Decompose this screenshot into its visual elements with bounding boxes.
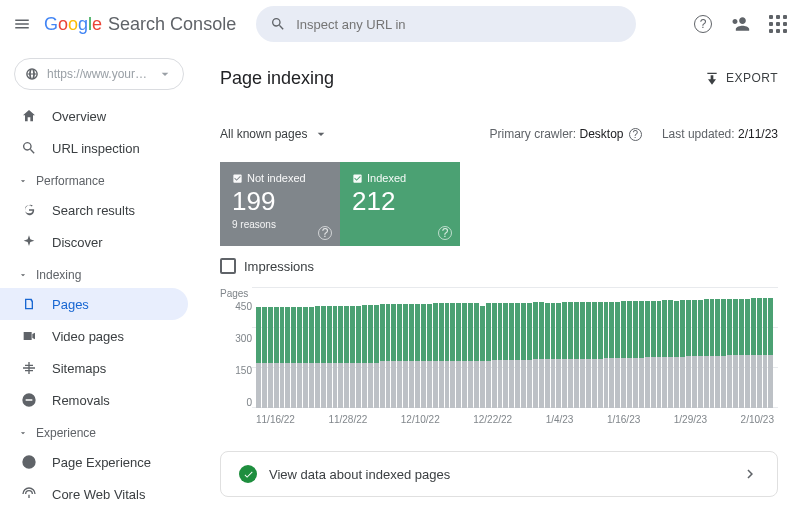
chart-bar[interactable] bbox=[492, 303, 497, 408]
tile-indexed[interactable]: Indexed 212 ? bbox=[340, 162, 460, 246]
chart-bar[interactable] bbox=[386, 304, 391, 408]
export-button[interactable]: EXPORT bbox=[704, 70, 778, 86]
menu-icon[interactable] bbox=[12, 14, 32, 34]
apps-icon[interactable] bbox=[768, 14, 788, 34]
site-picker[interactable]: https://www.yoursit... bbox=[14, 58, 184, 90]
chart-bar[interactable] bbox=[362, 305, 367, 408]
nav-url-inspection[interactable]: URL inspection bbox=[0, 132, 188, 164]
chart-bar[interactable] bbox=[751, 298, 756, 408]
chart-bar[interactable] bbox=[450, 303, 455, 408]
chart-bar[interactable] bbox=[704, 299, 709, 408]
chart-bar[interactable] bbox=[427, 304, 432, 408]
nav-section-performance[interactable]: Performance bbox=[0, 164, 198, 194]
filter-dropdown[interactable]: All known pages bbox=[220, 126, 329, 142]
chart-bar[interactable] bbox=[391, 304, 396, 408]
chart-bar[interactable] bbox=[692, 300, 697, 408]
chart-bar[interactable] bbox=[539, 302, 544, 408]
chart-bar[interactable] bbox=[651, 301, 656, 408]
chart-bar[interactable] bbox=[551, 303, 556, 408]
chart-bar[interactable] bbox=[380, 304, 385, 408]
chart-bar[interactable] bbox=[727, 299, 732, 408]
chart-bar[interactable] bbox=[710, 299, 715, 408]
chart-bar[interactable] bbox=[763, 298, 768, 408]
chart-bar[interactable] bbox=[462, 303, 467, 408]
chart-bar[interactable] bbox=[439, 303, 444, 408]
chart-bar[interactable] bbox=[303, 307, 308, 408]
chart-bar[interactable] bbox=[627, 301, 632, 408]
chart-bar[interactable] bbox=[291, 307, 296, 408]
chart-bar[interactable] bbox=[745, 299, 750, 408]
chart-bar[interactable] bbox=[327, 306, 332, 408]
chart-bar[interactable] bbox=[498, 303, 503, 408]
chart-bar[interactable] bbox=[409, 304, 414, 408]
chart-plot-area[interactable] bbox=[252, 288, 778, 408]
chart-bar[interactable] bbox=[621, 301, 626, 408]
chart-bar[interactable] bbox=[586, 302, 591, 408]
chart-bar[interactable] bbox=[662, 300, 667, 408]
chart-bar[interactable] bbox=[592, 302, 597, 408]
chart-bar[interactable] bbox=[268, 307, 273, 408]
users-icon[interactable] bbox=[730, 14, 750, 34]
chart-bar[interactable] bbox=[503, 303, 508, 408]
chart-bar[interactable] bbox=[274, 307, 279, 408]
chart-bar[interactable] bbox=[533, 302, 538, 408]
chart-bar[interactable] bbox=[280, 307, 285, 408]
chart-bar[interactable] bbox=[686, 300, 691, 408]
chart-bar[interactable] bbox=[609, 302, 614, 408]
chart-bar[interactable] bbox=[374, 305, 379, 408]
help-icon[interactable]: ? bbox=[629, 128, 642, 141]
nav-search-results[interactable]: Search results bbox=[0, 194, 188, 226]
chart-bar[interactable] bbox=[356, 306, 361, 408]
chart-bar[interactable] bbox=[757, 298, 762, 408]
search-input[interactable] bbox=[296, 17, 622, 32]
chart-bar[interactable] bbox=[468, 303, 473, 408]
chart-bar[interactable] bbox=[509, 303, 514, 408]
chart-bar[interactable] bbox=[721, 299, 726, 408]
chart-bar[interactable] bbox=[674, 301, 679, 408]
chart-bar[interactable] bbox=[433, 303, 438, 408]
chart-bar[interactable] bbox=[344, 306, 349, 408]
chart-bar[interactable] bbox=[338, 306, 343, 408]
chart-bar[interactable] bbox=[639, 301, 644, 408]
chart-bar[interactable] bbox=[403, 304, 408, 408]
chart-bar[interactable] bbox=[309, 307, 314, 408]
help-icon[interactable]: ? bbox=[438, 226, 452, 240]
chart-bar[interactable] bbox=[698, 300, 703, 408]
nav-pages[interactable]: Pages bbox=[0, 288, 188, 320]
tile-not-indexed[interactable]: Not indexed 199 9 reasons ? bbox=[220, 162, 340, 246]
chart-bar[interactable] bbox=[397, 304, 402, 408]
chart-bar[interactable] bbox=[556, 303, 561, 408]
chart-bar[interactable] bbox=[615, 302, 620, 408]
chart-bar[interactable] bbox=[645, 301, 650, 408]
chart-bar[interactable] bbox=[480, 306, 485, 408]
chart-bar[interactable] bbox=[545, 303, 550, 408]
chart-bar[interactable] bbox=[321, 306, 326, 408]
chart-bar[interactable] bbox=[256, 307, 261, 408]
chart-bar[interactable] bbox=[415, 304, 420, 408]
nav-core-web-vitals[interactable]: Core Web Vitals bbox=[0, 478, 188, 510]
chart-bar[interactable] bbox=[562, 302, 567, 408]
chart-bar[interactable] bbox=[515, 303, 520, 408]
chart-bar[interactable] bbox=[580, 302, 585, 408]
view-indexed-pages-row[interactable]: View data about indexed pages bbox=[220, 451, 778, 497]
impressions-toggle[interactable]: Impressions bbox=[220, 258, 778, 274]
chart-bar[interactable] bbox=[739, 299, 744, 408]
chart-bar[interactable] bbox=[421, 304, 426, 408]
chart-bar[interactable] bbox=[368, 305, 373, 408]
chart-bar[interactable] bbox=[768, 298, 773, 408]
chart-bar[interactable] bbox=[350, 306, 355, 408]
chart-bar[interactable] bbox=[521, 303, 526, 408]
chart-bar[interactable] bbox=[285, 307, 290, 408]
chart-bar[interactable] bbox=[445, 303, 450, 408]
chart-bar[interactable] bbox=[262, 307, 267, 408]
chart-bar[interactable] bbox=[715, 299, 720, 408]
chart-bar[interactable] bbox=[456, 303, 461, 408]
chart-bar[interactable] bbox=[568, 302, 573, 408]
chart-bar[interactable] bbox=[474, 303, 479, 408]
chart-bar[interactable] bbox=[486, 303, 491, 408]
nav-sitemaps[interactable]: Sitemaps bbox=[0, 352, 188, 384]
chart-bar[interactable] bbox=[733, 299, 738, 408]
search-bar[interactable] bbox=[256, 6, 636, 42]
chart-bar[interactable] bbox=[604, 302, 609, 408]
nav-overview[interactable]: Overview bbox=[0, 100, 188, 132]
